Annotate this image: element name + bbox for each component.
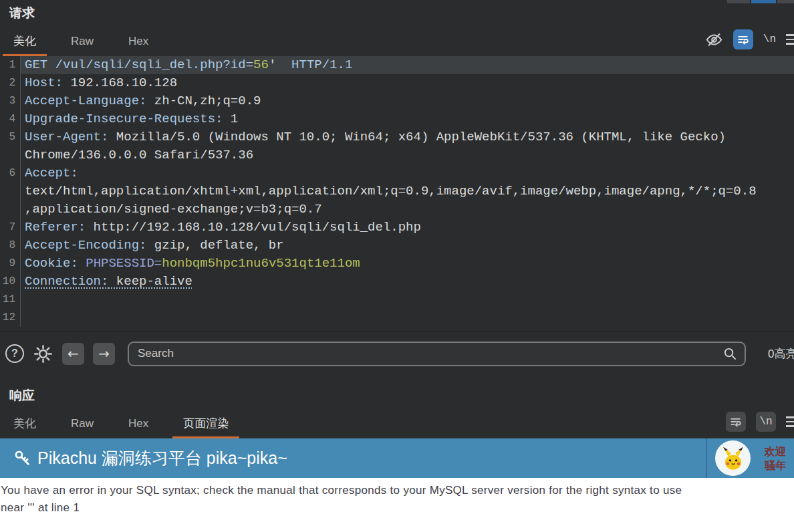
newline-icon[interactable]: \n	[763, 33, 776, 45]
editor-line[interactable]: 6Accept:	[0, 164, 794, 182]
editor-line[interactable]: Chrome/136.0.0.0 Safari/537.36	[0, 146, 794, 164]
line-content: Accept-Language: zh-CN,zh;q=0.9	[21, 92, 794, 110]
editor-line[interactable]: 8Accept-Encoding: gzip, deflate, br	[0, 237, 794, 255]
line-number	[0, 146, 21, 164]
editor-line[interactable]: 1GET /vul/sqli/sqli_del.php?id=56' HTTP/…	[0, 56, 794, 74]
editor-line[interactable]: 7Referer: http://192.168.10.128/vul/sqli…	[0, 219, 794, 237]
line-content: Accept-Encoding: gzip, deflate, br	[21, 237, 794, 255]
cutoff-top-button	[777, 0, 794, 3]
search-toolbar: ? ← → 0高亮	[0, 333, 794, 374]
line-number: 4	[0, 110, 21, 128]
editor-line[interactable]: 4Upgrade-Insecure-Requests: 1	[0, 110, 794, 128]
line-number	[0, 182, 21, 201]
line-number: 11	[0, 291, 21, 309]
tab-2[interactable]: Hex	[118, 29, 159, 53]
word-wrap-icon[interactable]	[726, 412, 746, 432]
editor-line[interactable]: 3Accept-Language: zh-CN,zh;q=0.9	[0, 92, 794, 110]
request-panel-title: 请求	[9, 5, 35, 22]
response-icon-toolbar: \n	[726, 412, 790, 432]
line-content: Connection: keep-alive	[21, 273, 794, 291]
editor-line[interactable]: 11	[0, 291, 794, 309]
menu-icon[interactable]	[786, 414, 794, 430]
tab-3[interactable]: 页面渲染	[172, 410, 239, 438]
editor-line[interactable]: 12	[0, 309, 794, 327]
search-back-button[interactable]: ←	[62, 343, 84, 365]
line-content	[21, 309, 794, 327]
burp-request-response-view: 请求 美化RawHex \n 1GET /vul/sqli/sqli_del.p…	[0, 0, 794, 532]
line-number: 7	[0, 219, 21, 237]
line-content: Host: 192.168.10.128	[21, 74, 794, 92]
search-input[interactable]	[129, 347, 745, 360]
line-number: 12	[0, 309, 21, 327]
request-icon-toolbar: \n	[705, 29, 790, 49]
tab-0[interactable]: 美化	[3, 410, 47, 436]
pikachu-avatar	[715, 440, 751, 476]
highlight-count: 0高亮	[768, 346, 794, 362]
key-icon	[13, 449, 31, 470]
line-number: 5	[0, 128, 21, 146]
line-number	[0, 201, 21, 219]
banner-divider	[706, 438, 707, 478]
editor-line[interactable]: text/html,application/xhtml+xml,applicat…	[0, 182, 794, 201]
line-content: Chrome/136.0.0.0 Safari/537.36	[21, 146, 794, 164]
cutoff-top-button	[727, 0, 750, 3]
editor-line[interactable]: 9Cookie: PHPSESSID=honbqm5hpc1nu6v531qt1…	[0, 255, 794, 273]
sql-error-message: You have an error in your SQL syntax; ch…	[0, 478, 794, 532]
tab-0[interactable]: 美化	[3, 27, 47, 56]
tab-1[interactable]: Raw	[60, 29, 104, 53]
line-content: Referer: http://192.168.10.128/vul/sqli/…	[21, 219, 794, 237]
visibility-off-icon[interactable]	[705, 31, 723, 49]
line-number: 6	[0, 164, 21, 182]
line-content: User-Agent: Mozilla/5.0 (Windows NT 10.0…	[21, 128, 794, 146]
line-number: 2	[0, 74, 21, 92]
line-number: 9	[0, 255, 21, 273]
tab-2[interactable]: Hex	[118, 411, 159, 436]
line-number: 10	[0, 273, 21, 291]
menu-icon[interactable]	[786, 31, 794, 47]
search-icon	[722, 346, 738, 364]
newline-icon[interactable]: \n	[756, 412, 776, 432]
line-number: 8	[0, 237, 21, 255]
response-tabbar: 美化RawHex页面渲染	[0, 410, 794, 438]
help-icon[interactable]: ?	[5, 344, 24, 363]
site-title: Pikachu 漏洞练习平台 pika~pika~	[37, 438, 287, 478]
line-content: ,application/signed-exchange;v=b3;q=0.7	[21, 201, 794, 219]
settings-gear-icon[interactable]	[33, 344, 53, 364]
rendered-page-banner: Pikachu 漏洞练习平台 pika~pika~ 欢迎 骚年	[0, 438, 794, 478]
request-editor[interactable]: 1GET /vul/sqli/sqli_del.php?id=56' HTTP/…	[0, 56, 794, 327]
line-number: 3	[0, 92, 21, 110]
cutoff-top-button-active	[751, 0, 776, 3]
response-panel-title: 响应	[9, 387, 35, 404]
line-number: 1	[0, 56, 21, 74]
line-content: GET /vul/sqli/sqli_del.php?id=56' HTTP/1…	[21, 56, 794, 74]
line-content: text/html,application/xhtml+xml,applicat…	[21, 182, 794, 201]
editor-line[interactable]: 10Connection: keep-alive	[0, 273, 794, 291]
tab-1[interactable]: Raw	[60, 411, 104, 436]
editor-line[interactable]: 5User-Agent: Mozilla/5.0 (Windows NT 10.…	[0, 128, 794, 146]
welcome-text: 欢迎 骚年	[765, 444, 786, 473]
line-content	[21, 291, 794, 309]
line-content: Accept:	[21, 164, 794, 182]
word-wrap-icon[interactable]	[733, 29, 753, 49]
editor-line[interactable]: ,application/signed-exchange;v=b3;q=0.7	[0, 201, 794, 219]
search-box	[128, 342, 746, 366]
line-content: Upgrade-Insecure-Requests: 1	[21, 110, 794, 128]
line-content: Cookie: PHPSESSID=honbqm5hpc1nu6v531qt1e…	[21, 255, 794, 273]
editor-line[interactable]: 2Host: 192.168.10.128	[0, 74, 794, 92]
panel-divider	[0, 331, 794, 332]
search-forward-button[interactable]: →	[93, 343, 115, 365]
request-tabbar: 美化RawHex	[0, 27, 794, 55]
